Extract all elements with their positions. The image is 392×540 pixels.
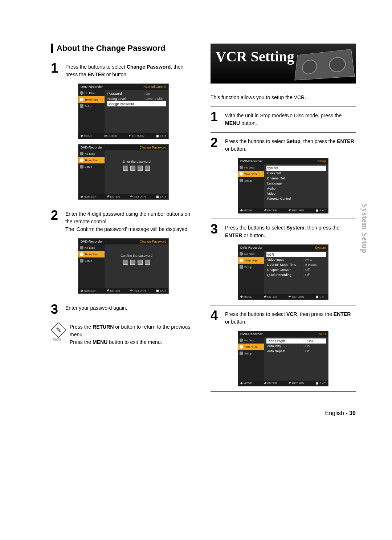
- osd-row-val: : Level 1 Kids: [144, 97, 163, 101]
- sidebar-timer: Timer Rec.: [78, 251, 105, 257]
- osd-confirm-password: DVD-Recorder Change Password No Disc Tim…: [78, 238, 169, 294]
- sidebar-timer: Timer Rec.: [238, 171, 264, 177]
- footer-enter: ⏎ENTER: [107, 289, 120, 292]
- vcr-banner: VCR Setting: [211, 44, 356, 84]
- osd-sidebar: No Disc Timer Rec. Setup: [238, 164, 264, 208]
- step-number: 1: [211, 110, 225, 123]
- footer-number: ⊕NUMBER: [81, 195, 97, 198]
- osd-content: Password: On Rating Level: Level 1 Kids …: [105, 90, 168, 133]
- sidebar-setup: Setup: [238, 264, 264, 270]
- step-number: 3: [51, 303, 65, 316]
- osd-corner: Parental Control: [143, 85, 166, 89]
- osd-title: DVD-Recorder: [81, 85, 103, 89]
- osd-title: DVD-Recorder: [240, 332, 263, 336]
- step-text: Press the buttons to select Change Passw…: [65, 62, 196, 78]
- gear-icon: [80, 259, 83, 263]
- osd-row-label: Channel Set: [267, 176, 300, 180]
- text: Press the: [65, 64, 88, 70]
- osd-content: Tape Length: T120 Auto Play: On Auto Rep…: [264, 337, 328, 381]
- timer-icon: [240, 259, 243, 262]
- osd-footer: ✥MOVE ⏎ENTER ↶RETURN ▣EXIT: [238, 294, 328, 300]
- sidebar-setup: Setup: [238, 177, 264, 184]
- osd-row-label: Tape Length: [267, 339, 300, 343]
- osd-enter-password: DVD-Recorder Change Password No Disc Tim…: [78, 144, 169, 200]
- step-text: Press the buttons to select VCR, then pr…: [225, 309, 356, 326]
- step-number: 3: [211, 223, 225, 236]
- password-prompt: Enter the password: [107, 152, 166, 163]
- left-step-1: 1 Press the buttons to select Change Pas…: [51, 62, 196, 78]
- note-block: ✎ Note Press the RETURN or button to ret…: [51, 323, 196, 346]
- sidebar-setup: Setup: [78, 257, 105, 264]
- footer-enter: ⏎ENTER: [107, 195, 120, 198]
- osd-row-label: System: [267, 166, 300, 170]
- text: Enter the 4-digit password using the num…: [65, 211, 190, 224]
- osd-sidebar: No Disc Timer Rec. Setup: [238, 337, 264, 381]
- sidebar-nodisc: No Disc: [238, 164, 264, 171]
- osd-row-val: : On: [144, 92, 150, 96]
- osd-row-label: Chapter Creator: [267, 268, 300, 272]
- osd-footer: ⊕NUMBER ⏎ENTER ↶RETURN ▣EXIT: [78, 194, 168, 199]
- sidebar-nodisc: No Disc: [78, 244, 105, 251]
- osd-row-val: : AV 1: [303, 258, 312, 261]
- timer-icon: [80, 158, 83, 162]
- osd-footer: ✥MOVE ⏎ENTER ↶RETURN ▣EXIT: [238, 208, 328, 213]
- osd-parental-control: DVD-Recorder Parental Control No Disc Ti…: [78, 84, 169, 139]
- gear-icon: [240, 265, 243, 269]
- footer-exit: ▣EXIT: [156, 195, 166, 198]
- osd-content: Confirm the password: [105, 244, 168, 288]
- text-bold: ENTER: [87, 72, 105, 77]
- timer-icon: [80, 98, 83, 101]
- osd-row-val: : On: [303, 344, 310, 348]
- text: button.: [112, 72, 128, 77]
- timer-icon: [240, 345, 243, 349]
- sidebar-nodisc: No Disc: [238, 337, 264, 344]
- footer-exit: ▣EXIT: [156, 289, 166, 292]
- osd-title: DVD-Recorder: [240, 246, 263, 249]
- step-number: 1: [51, 62, 65, 75]
- step-text: Enter your password again.: [65, 303, 127, 312]
- footer-move: ✥MOVE: [240, 295, 252, 299]
- footer-return: ↶RETURN: [130, 195, 146, 198]
- osd-row-label: Video: [267, 192, 300, 195]
- footer-exit: ▣EXIT: [156, 134, 166, 138]
- right-step-3: 3 Press the buttons to select System, th…: [211, 223, 356, 239]
- osd-row-label: DVD EP Mode Time: [267, 263, 300, 267]
- right-column: VCR Setting This function allows you to …: [211, 44, 356, 395]
- password-prompt: Confirm the password: [107, 246, 166, 257]
- osd-title: DVD-Recorder: [240, 159, 263, 163]
- step-text: Enter the 4-digit password using the num…: [65, 209, 196, 233]
- osd-row-label: VCR: [267, 253, 300, 256]
- osd-row-label: Audio: [267, 187, 300, 190]
- osd-corner: Change Password: [139, 240, 166, 243]
- note-icon: ✎: [51, 322, 66, 338]
- osd-content: VCR Video Input: AV 1 DVD EP Mode Time: …: [264, 251, 328, 294]
- footer-page: 39: [349, 410, 356, 416]
- right-step-2: 2 Press the buttons to select Setup, the…: [211, 136, 356, 153]
- footer-move: ✥MOVE: [81, 134, 93, 138]
- footer-move: ✥MOVE: [240, 382, 252, 385]
- footer-exit: ▣EXIT: [316, 382, 326, 385]
- osd-row-val: : 6 Hours: [303, 263, 317, 267]
- note-label: Note: [52, 337, 63, 341]
- sidebar-timer: Timer Rec.: [78, 157, 105, 163]
- password-boxes: [107, 260, 166, 265]
- osd-footer: ✥MOVE ⏎ENTER ↶RETURN ▣EXIT: [238, 381, 328, 386]
- osd-corner: VCR: [319, 332, 326, 336]
- osd-row-label: Video Input: [267, 258, 300, 261]
- osd-row-val: : Off: [303, 273, 310, 277]
- disc-icon: [80, 152, 83, 155]
- step-number: 2: [51, 209, 65, 222]
- right-step-1: 1 With the unit in Stop mode/No Disc mod…: [211, 110, 356, 127]
- osd-row-val: : Off: [303, 268, 310, 272]
- side-tab: System Setup: [360, 203, 369, 254]
- disc-icon: [240, 252, 243, 256]
- step-number: 2: [211, 136, 225, 149]
- osd-title: DVD-Recorder: [81, 240, 103, 243]
- osd-sidebar: No Disc Timer Rec. Setup: [78, 150, 105, 194]
- note-text: Press the RETURN or button to return to …: [70, 323, 196, 346]
- osd-footer: ⊕NUMBER ⏎ENTER ↶RETURN ▣EXIT: [78, 288, 168, 293]
- gear-icon: [240, 352, 243, 355]
- left-step-3: 3 Enter your password again.: [51, 303, 196, 316]
- osd-row-label: Password: [107, 92, 140, 96]
- osd-vcr: DVD-Recorder VCR No Disc Timer Rec. Setu…: [238, 331, 328, 386]
